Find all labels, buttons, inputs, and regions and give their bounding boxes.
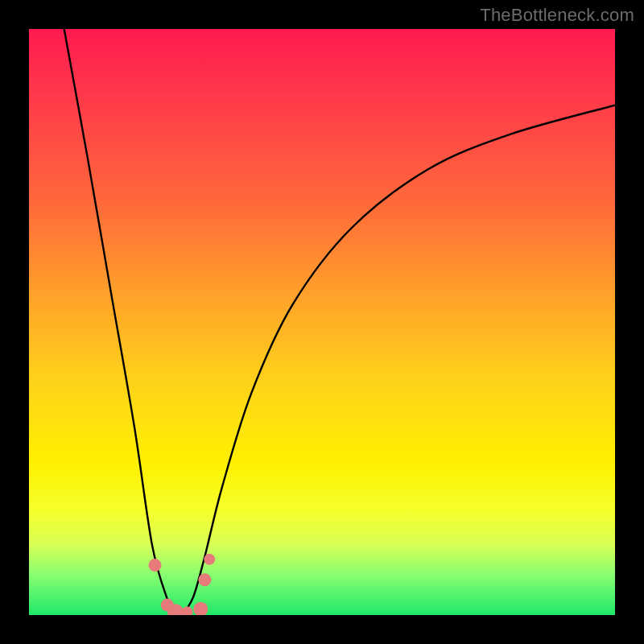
curve-marker: [204, 554, 215, 565]
bottleneck-curve-svg: [29, 29, 615, 615]
curve-markers: [149, 554, 216, 615]
curve-marker: [193, 602, 208, 615]
curve-marker: [149, 559, 162, 572]
chart-frame: TheBottleneck.com: [0, 0, 644, 644]
curve-marker: [182, 606, 193, 615]
plot-area: [29, 29, 615, 615]
bottleneck-curve-path: [64, 29, 615, 615]
curve-marker: [198, 573, 211, 586]
watermark-text: TheBottleneck.com: [480, 5, 634, 26]
